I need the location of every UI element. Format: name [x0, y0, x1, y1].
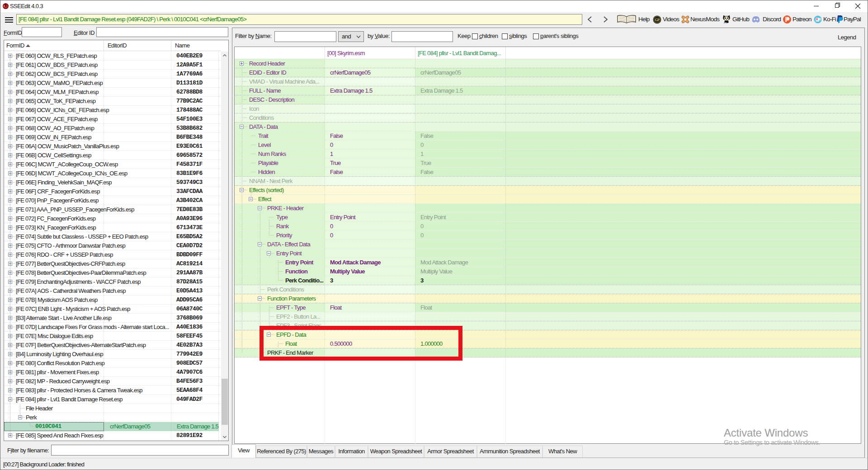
svg-text:GP: GP — [655, 18, 660, 22]
